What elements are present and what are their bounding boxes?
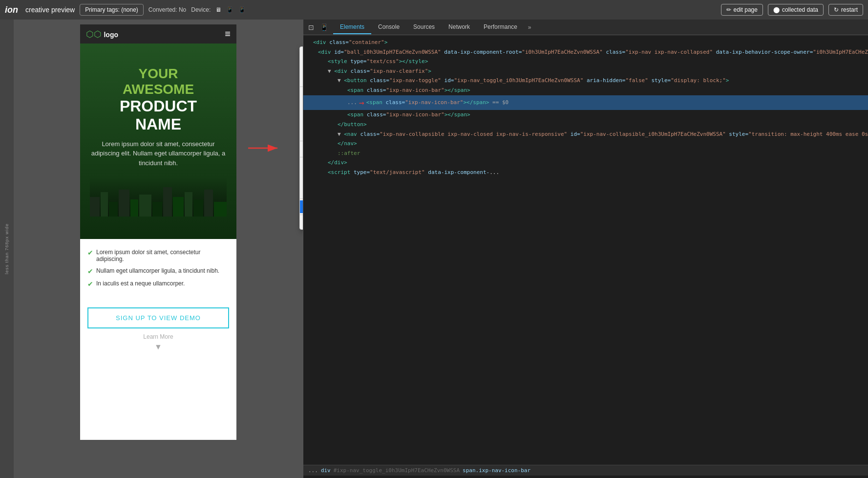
ctx-back[interactable]: Back — [300, 47, 303, 60]
dom-line: </div> — [303, 158, 868, 168]
svg-rect-3 — [119, 190, 129, 217]
tab-console[interactable]: Console — [371, 21, 406, 34]
tab-network[interactable]: Network — [442, 21, 477, 34]
collected-data-button[interactable]: ⬤ collected data — [768, 4, 824, 16]
svg-rect-8 — [173, 197, 184, 217]
tab-performance[interactable]: Performance — [477, 21, 524, 34]
feature-item-2: ✔ Nullam eget ullamcorper ligula, a tinc… — [87, 267, 229, 275]
ctx-view-page-source[interactable]: View Page Source — [300, 159, 303, 172]
converted-label: Converted: No — [148, 6, 186, 13]
dom-line: ▼ <div class="ixp-nav-clearfix"> — [303, 66, 868, 76]
learn-more-link[interactable]: Learn More — [80, 333, 236, 340]
check-icon-1: ✔ — [87, 249, 93, 257]
devtools-panel: ⊡ 📱 Elements Console Sources Network Per… — [303, 20, 868, 478]
dom-line: </button> — [303, 120, 868, 130]
svg-rect-9 — [185, 192, 192, 217]
preview-hero: YOUR AWESOME PRODUCT NAME Lorem ipsum do… — [80, 43, 236, 239]
breadcrumb-separator: #ixp-nav_toggle_i0h3UmIpH7EaCHeZvn0WSSA — [334, 467, 460, 474]
devtools-content: <div class="container"> <div id="ball_i0… — [303, 35, 868, 478]
device-label: Device: — [191, 6, 211, 13]
svg-rect-12 — [214, 202, 227, 217]
ctx-cast[interactable]: Cast... — [300, 114, 303, 127]
device-mobile-icon[interactable]: 📱 — [238, 6, 246, 13]
edit-page-button[interactable]: ✏ edit page — [721, 4, 763, 16]
hero-name-text: NAME — [135, 115, 181, 133]
hero-product-text: PRODUCT — [120, 97, 197, 115]
svg-rect-1 — [101, 192, 108, 217]
context-menu: Back Forward Reload Save As... Print... … — [299, 46, 303, 230]
svg-rect-11 — [204, 190, 213, 217]
ctx-save-as[interactable]: Save As... — [300, 88, 303, 101]
ctx-view-frame-source[interactable]: View Frame Source — [300, 172, 303, 184]
dom-expand-dots: ... — [347, 98, 357, 107]
svg-rect-10 — [193, 199, 203, 217]
more-tabs-button[interactable]: » — [524, 21, 535, 34]
dom-red-arrow-icon: → — [359, 96, 364, 110]
hero-awesome-text: AWESOME — [123, 82, 194, 97]
hero-body-text: Lorem ipsum dolor sit amet, consectetur … — [90, 139, 227, 168]
collected-icon: ⬤ — [773, 6, 780, 13]
top-bar: ion creative preview Primary tags: (none… — [0, 0, 868, 20]
dom-tree: <div class="container"> <div id="ball_i0… — [303, 38, 868, 465]
dom-line: <span class="ixp-nav-icon-bar"></span> — [303, 110, 868, 120]
device-desktop-icon[interactable]: 🖥 — [215, 6, 221, 13]
devtools-tabs: ⊡ 📱 Elements Console Sources Network Per… — [303, 20, 868, 35]
svg-rect-6 — [152, 202, 162, 217]
preview-logo: ⬡⬡ logo — [86, 29, 118, 40]
feature-item-1: ✔ Lorem ipsum dolor sit amet, consectetu… — [87, 249, 229, 262]
svg-rect-0 — [90, 197, 100, 217]
inspect-arrow-annotation — [246, 141, 285, 155]
ctx-translate[interactable]: Translate to English — [300, 127, 303, 139]
signup-button[interactable]: SIGN UP TO VIEW DEMO — [87, 307, 229, 328]
dom-line: <div class="container"> — [303, 38, 868, 47]
main-area: less than 768px wide ⬡⬡ logo ≡ YOUR — [0, 20, 868, 478]
device-frame: ⬡⬡ logo ≡ YOUR AWESOME PRODUCT NAME Lore… — [80, 24, 236, 440]
svg-rect-4 — [130, 199, 138, 217]
feature-item-3: ✔ In iaculis est a neque ullamcorper. — [87, 280, 229, 288]
dom-breadcrumb: ... div #ixp-nav_toggle_i0h3UmIpH7EaCHeZ… — [303, 465, 868, 476]
ctx-print[interactable]: Print... — [300, 101, 303, 114]
dom-line: </nav> — [303, 139, 868, 149]
restart-icon: ↻ — [834, 6, 839, 13]
svg-rect-5 — [139, 195, 151, 217]
hero-your-text: YOUR — [139, 66, 178, 82]
chevron-down-icon: ▼ — [80, 343, 236, 351]
preview-features: ✔ Lorem ipsum dolor sit amet, consectetu… — [80, 239, 236, 303]
tab-elements[interactable]: Elements — [333, 21, 371, 34]
ctx-pushbullet[interactable]: Pushbullet ▶ — [300, 143, 303, 155]
dom-selected-line[interactable]: ... → <span class="ixp-nav-icon-bar"></s… — [303, 95, 868, 110]
ctx-forward[interactable]: Forward — [300, 60, 303, 72]
preview-navbar: ⬡⬡ logo ≡ — [80, 24, 236, 43]
preview-panel: less than 768px wide ⬡⬡ logo ≡ YOUR — [0, 20, 303, 478]
tab-sources[interactable]: Sources — [406, 21, 442, 34]
breadcrumb-span[interactable]: span.ixp-nav-icon-bar — [463, 467, 530, 474]
city-skyline-icon — [90, 177, 227, 217]
ctx-inspect[interactable]: Inspect — [300, 200, 303, 213]
dom-line: <span class="ixp-nav-icon-bar"></span> — [303, 86, 868, 95]
ctx-reload-frame[interactable]: Reload Frame — [300, 184, 303, 197]
breadcrumb-div[interactable]: div — [321, 467, 331, 474]
dom-line: ▼ <nav class="ixp-nav-collapsible ixp-na… — [303, 130, 868, 139]
primary-tags-button[interactable]: Primary tags: (none) — [80, 4, 144, 16]
dom-line: ::after — [303, 149, 868, 158]
app-title: creative preview — [25, 6, 75, 14]
ctx-speech[interactable]: Speech ▶ — [300, 217, 303, 229]
dom-line: <style type="text/css"></style> — [303, 57, 868, 66]
device-tablet-icon[interactable]: 📱 — [226, 6, 233, 13]
dom-line: <script type="text/javascript" data-ixp-… — [303, 168, 868, 177]
check-icon-2: ✔ — [87, 267, 93, 275]
dom-line: <div id="ball_i0h3UmIpH7EaCHeZvn0WSSA" d… — [303, 47, 868, 57]
device-size-ruler: less than 768px wide — [0, 20, 14, 478]
inspect-element-icon[interactable]: ⊡ — [306, 22, 316, 32]
svg-rect-2 — [109, 202, 118, 217]
restart-button[interactable]: ↻ restart — [828, 4, 863, 16]
device-toolbar-icon[interactable]: 📱 — [318, 22, 330, 32]
hamburger-icon[interactable]: ≡ — [225, 28, 231, 40]
dom-line: ▼ <button class="ixp-nav-toggle" id="ixp… — [303, 76, 868, 86]
check-icon-3: ✔ — [87, 280, 93, 288]
ctx-reload[interactable]: Reload — [300, 72, 303, 85]
breadcrumb-dots: ... — [308, 467, 318, 474]
svg-rect-7 — [163, 187, 172, 217]
edit-icon: ✏ — [726, 6, 731, 13]
app-logo: ion — [5, 5, 18, 15]
